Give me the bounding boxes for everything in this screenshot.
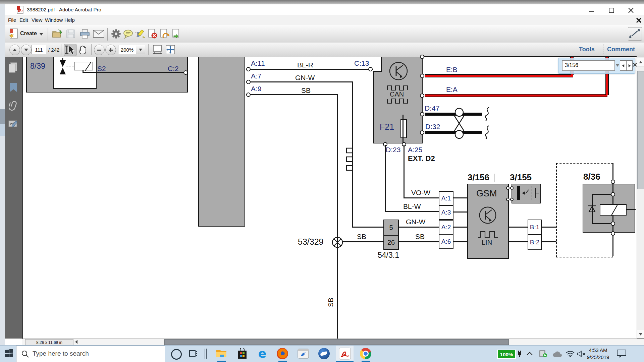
page-number-input[interactable]: 111	[32, 45, 46, 54]
hand-tool-button[interactable]	[78, 45, 89, 55]
taskbar-microsoft-store[interactable]	[236, 348, 248, 360]
label-s2: S2	[97, 65, 106, 73]
create-dropdown-caret[interactable]	[40, 33, 43, 36]
delete-pages-button[interactable]	[147, 28, 158, 39]
connector-node	[246, 93, 251, 97]
vertical-scroll-thumb[interactable]	[637, 71, 644, 189]
close-button[interactable]	[627, 7, 635, 14]
gsm-pin-b2-label: B:2	[530, 239, 540, 246]
scroll-down-button[interactable]	[637, 330, 644, 339]
connector-node	[246, 67, 251, 71]
menu-view[interactable]: View	[30, 16, 44, 24]
email-button[interactable]	[93, 29, 105, 39]
fullscreen-button[interactable]	[628, 27, 642, 41]
highlight-text-button[interactable]: T	[135, 28, 146, 39]
taskbar-chrome[interactable]	[360, 348, 372, 360]
splice-pin-26: 26	[383, 235, 399, 250]
label-3-155: 3/155	[510, 172, 532, 183]
fuse-wire	[402, 115, 404, 143]
select-tool-button[interactable]	[64, 44, 76, 56]
find-previous-button[interactable]	[620, 60, 626, 71]
battery-indicator[interactable]: 100%	[497, 350, 516, 359]
label-gsm: GSM	[476, 188, 497, 199]
scroll-up-button[interactable]	[637, 58, 644, 66]
wire-bl-r	[248, 69, 373, 70]
taskbar-search-box[interactable]: Type here to search	[16, 346, 165, 362]
wire-red-eb	[425, 74, 573, 77]
acrobat-file-icon	[16, 6, 24, 14]
tools-panel-button[interactable]: Tools	[579, 46, 595, 53]
label-gn-w-mid: GN-W	[406, 218, 425, 226]
label-d23: D:23	[386, 146, 400, 154]
power-plug-icon	[517, 350, 522, 357]
bookmarks-button[interactable]	[10, 83, 17, 92]
taskbar-edge[interactable]: e	[256, 348, 268, 360]
rotate-pages-button[interactable]	[159, 28, 170, 39]
zoom-out-button[interactable]	[94, 45, 105, 55]
toolbar-divider	[48, 28, 48, 41]
relay-loop-bottom	[592, 223, 613, 224]
desktop-left-accent2	[0, 124, 5, 136]
wire-gn-w-bottom	[352, 227, 384, 228]
cortana-button[interactable]	[171, 349, 182, 360]
acrobat-icon	[339, 348, 351, 360]
scroll-left-button[interactable]	[75, 340, 77, 344]
taskbar-mail-app[interactable]	[297, 348, 309, 360]
next-page-button[interactable]	[21, 45, 32, 55]
fit-page-button[interactable]	[165, 44, 176, 55]
taskbar-file-explorer[interactable]	[215, 348, 227, 360]
find-input[interactable]: 3/156	[562, 60, 615, 71]
zoom-dropdown-button[interactable]	[136, 45, 145, 54]
start-button[interactable]	[5, 349, 13, 358]
insert-pages-button[interactable]	[171, 28, 182, 39]
taskbar-acrobat-active-tile[interactable]	[336, 346, 354, 362]
maximize-button[interactable]	[607, 7, 616, 14]
fit-width-button[interactable]	[152, 45, 163, 55]
task-view-button[interactable]	[189, 350, 199, 358]
action-center-icon[interactable]	[616, 349, 627, 358]
label-sb-vertical: SB	[327, 298, 335, 307]
menu-file[interactable]: File	[6, 16, 18, 24]
menu-window[interactable]: Window	[43, 16, 65, 24]
label-3-156: 3/156	[468, 172, 489, 183]
connector-node	[611, 192, 615, 196]
attachments-button[interactable]	[9, 101, 18, 111]
print-button[interactable]	[79, 28, 91, 39]
desktop-left-strip	[0, 4, 5, 345]
minimize-button[interactable]	[587, 7, 596, 14]
taskbar-thunderbird[interactable]	[318, 348, 330, 360]
onedrive-cloud-icon[interactable]	[552, 351, 563, 358]
label-bl-w: BL-W	[403, 202, 421, 210]
firefox-icon	[277, 348, 288, 359]
comment-bubble-button[interactable]	[123, 29, 133, 39]
wire-sb	[248, 94, 337, 95]
tray-expand-chevron[interactable]	[526, 351, 533, 356]
menu-bar: File Edit View Window Help	[5, 15, 644, 25]
create-button[interactable]: Create	[20, 31, 37, 37]
taskbar-divider	[206, 349, 207, 359]
taskbar-firefox[interactable]	[276, 348, 288, 360]
label-a7: A:7	[251, 72, 262, 80]
antenna-symbol	[516, 185, 539, 201]
find-next-button[interactable]	[626, 60, 633, 71]
zoom-in-button[interactable]	[105, 45, 116, 55]
comment-panel-button[interactable]: Comment	[607, 46, 635, 53]
clock[interactable]: 4:53 AM 9/25/2019	[584, 347, 612, 361]
taskbar-search-placeholder: Type here to search	[33, 350, 89, 357]
switch-symbol	[59, 58, 66, 76]
menu-help[interactable]: Help	[62, 16, 77, 24]
open-file-button[interactable]	[52, 28, 62, 39]
save-button[interactable]	[66, 28, 76, 39]
find-dropdown-caret[interactable]	[616, 64, 619, 67]
zoom-level-input[interactable]: 200%	[118, 45, 136, 54]
settings-gear-icon[interactable]	[111, 28, 121, 39]
relay-coil-diagonal	[600, 204, 627, 216]
wire-sb-to-a6	[399, 241, 439, 242]
tray-app-icon[interactable]	[539, 349, 547, 358]
wifi-icon[interactable]	[566, 350, 575, 358]
horizontal-scroll-thumb[interactable]	[164, 339, 509, 345]
previous-page-button[interactable]	[9, 45, 20, 55]
menu-edit[interactable]: Edit	[17, 16, 30, 24]
close-document-icon[interactable]	[636, 17, 642, 23]
signatures-button[interactable]	[8, 119, 19, 129]
